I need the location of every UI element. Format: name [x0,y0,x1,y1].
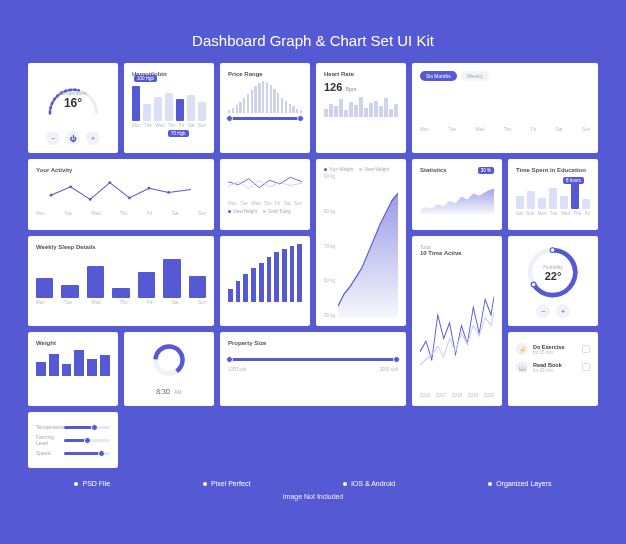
tab-six-months[interactable]: Six Months [420,71,457,81]
svg-point-0 [50,194,53,197]
footer-note: Image Not Included [28,493,598,500]
x-axis: 20162017201820192020 [420,393,494,398]
donut-chart [132,340,206,380]
price-range-card: Price Range [220,63,310,153]
x-axis: SatSunMonTueWedThuFri [516,211,590,216]
slider-label: Temperature [36,424,60,430]
gauge-value: 16° [59,96,87,110]
svg-point-6 [167,191,170,194]
sliders-card: Temperature Fanning Level Speed [28,412,118,468]
donut-card: 8:30 AM [124,332,214,406]
card-title: Property Size [228,340,398,346]
heart-rate-card: Heart Rate 126 Bpm [316,63,406,153]
callout: 30 % [478,167,494,174]
tasks-card: ⚡ Do Exercisefor 15 min 📖 Read Bookfor 2… [508,332,598,406]
weight-small-card: Weight [28,332,118,406]
vertical-bars-card [220,236,310,326]
legend-item: View Height [233,209,257,214]
plus-button[interactable]: + [556,304,570,318]
donut-unit: AM [174,389,182,395]
card-title: Time Spent in Education [516,167,590,173]
feature-item: Pixel Perfect [203,480,250,487]
card-title: Price Range [228,71,302,77]
tab-weekly[interactable]: Weekly [461,71,489,81]
area-chart [420,177,494,222]
period-tabs-card: Six Months Weekly MonTueWedThuFriSatSun [412,63,598,153]
plus-button[interactable]: + [86,131,100,145]
bar-chart [36,350,110,376]
y-axis: 90 kg80 kg70 kg60 kg50 kg [324,174,335,318]
slider-label: Fanning Level [36,434,60,446]
svg-point-2 [89,198,92,201]
sleep-card: Weekly Sleep Details MonTueWedThuFriSatS… [28,236,214,326]
x-axis: MonTueWedThuFriSatSun [132,123,206,128]
book-icon: 📖 [516,361,528,373]
checkbox[interactable] [582,363,590,371]
card-title: Weekly Sleep Details [36,244,206,250]
time-active-card: Total 10 Time Active 2016201720182019202… [412,236,502,406]
area-chart [338,174,398,318]
humidity-dial-card: Humidity 22° − + [508,236,598,326]
card-title: Weight [36,340,110,346]
slider-temperature[interactable]: Temperature [36,424,110,430]
checkbox[interactable] [582,345,590,353]
svg-point-5 [148,187,151,190]
card-title: Heart Rate [324,71,398,77]
donut-value: 8:30 [156,388,170,395]
x-axis: MonTueWedThuFriSatSun [36,300,206,305]
dashboard-grid: Temperature 16° − ⏻ + Hemoglobin 100 Hgb… [28,63,598,468]
range-slider[interactable] [228,358,398,361]
dual-spark [228,167,302,195]
svg-point-4 [128,197,131,200]
feature-item: Organized Layers [488,480,551,487]
svg-point-3 [108,181,111,184]
legend-item: Your Weight [329,167,353,172]
pulse-bars [324,97,398,117]
minus-button[interactable]: − [46,131,60,145]
card-title: 10 Time Active [420,250,494,256]
activity-card: Your Activity MonTueWedThuFriSatSun [28,159,214,230]
x-axis: MonTueWedThuFriSatSun [36,211,206,216]
gauge-chart: Temperature 16° [36,71,110,129]
comparison-spark-card: MonTueWedThuFriSatSun View Height Grab T… [220,159,310,230]
slider-fanning[interactable]: Fanning Level [36,434,110,446]
slider-speed[interactable]: Speed [36,450,110,456]
page-title: Dashboard Graph & Chart Set UI Kit [28,32,598,49]
activity-line [36,177,206,205]
slider-labels: 1000 sqft 3000 sqft [228,367,398,372]
minus-button[interactable]: − [536,304,550,318]
grouped-bars [420,85,590,125]
slider-label: Speed [36,450,60,456]
time-spent-card: Time Spent in Education 8 hours SatSunMo… [508,159,598,230]
ascending-bars [228,244,302,302]
legend-item: View Weight [364,167,389,172]
x-axis: MonTueWedThuFriSatSun [420,127,590,132]
task-sub: for 15 min [533,350,577,355]
task-sub: for 20 min [533,368,577,373]
weight-area-card: Your Weight View Weight 90 kg80 kg70 kg6… [316,159,406,326]
range-slider[interactable] [228,117,302,120]
power-button[interactable]: ⏻ [66,131,80,145]
bar-chart [132,81,206,121]
legend-item: Grab Today [268,209,291,214]
svg-point-1 [69,185,72,188]
temperature-gauge-card: Temperature 16° − ⏻ + [28,63,118,153]
card-title: Your Activity [36,167,206,173]
hemoglobin-card: Hemoglobin 100 Hgb 70 Hgb MonTueWedThuFr… [124,63,214,153]
heart-rate-value: 126 Bpm [324,81,398,93]
exercise-icon: ⚡ [516,343,528,355]
statistics-card: Statistics 30 % [412,159,502,230]
dial-value: 22° [543,270,562,282]
property-size-card: Property Size 1000 sqft 3000 sqft [220,332,406,406]
list-item[interactable]: ⚡ Do Exercisefor 15 min [516,340,590,358]
feature-list: PSD File Pixel Perfect iOS & Android Org… [28,480,598,487]
x-axis: MonTueWedThuFriSatSun [228,201,302,206]
callout: 70 Hgb [168,130,189,137]
callout: 100 Hgb [134,75,157,82]
histogram [228,81,302,113]
callout: 8 hours [563,177,584,184]
bar-chart [36,254,206,298]
feature-item: iOS & Android [343,480,395,487]
svg-point-9 [532,282,537,287]
list-item[interactable]: 📖 Read Bookfor 20 min [516,358,590,376]
